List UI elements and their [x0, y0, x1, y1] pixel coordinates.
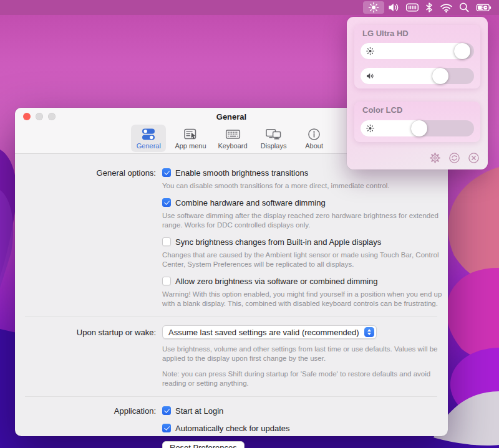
option-zero-brightness[interactable]: Allow zero brightness via software or co… [162, 275, 445, 287]
section-label: General options: [15, 167, 156, 315]
tab-label: App menu [175, 142, 206, 150]
popover-footer [429, 152, 480, 164]
option-description: Changes that are caused by the Ambient l… [162, 250, 445, 269]
checkbox[interactable] [162, 168, 171, 177]
display-card-lg-ultra-hd: LG Ultra HD [354, 25, 480, 88]
option-start-at-login[interactable]: Start at Login [162, 405, 445, 416]
tab-app-menu[interactable]: App menu [172, 125, 209, 152]
checkbox-label: Enable smooth brightness transitions [175, 168, 308, 178]
option-description: Use software dimming after the display r… [162, 211, 445, 230]
menubar-display-meter-icon[interactable] [403, 1, 422, 14]
tab-label: Keyboard [218, 142, 248, 150]
tab-general[interactable]: General [131, 125, 166, 152]
application-section: Application: Start at Login Automaticall… [15, 405, 448, 448]
option-description: You can disable smooth transitions for a… [162, 181, 445, 191]
keyboard-icon [225, 126, 241, 142]
startup-section: Upon startup or wake: Assume last saved … [15, 325, 448, 394]
toggles-icon [140, 126, 157, 142]
brightness-slider[interactable] [361, 43, 474, 59]
checkbox-label: Start at Login [175, 406, 223, 416]
select-stepper-icon [364, 327, 374, 337]
select-value: Assume last saved settings are valid (re… [168, 328, 359, 337]
slider-knob[interactable] [454, 43, 470, 59]
menubar-bluetooth-icon[interactable] [422, 1, 437, 14]
slider-knob[interactable] [411, 120, 427, 136]
checkbox[interactable] [162, 277, 171, 285]
checkbox-label: Automatically check for updates [175, 424, 290, 433]
tab-label: About [305, 142, 323, 150]
menubar-volume-icon[interactable] [384, 1, 403, 14]
bluetooth-icon [425, 2, 434, 13]
volume-slider[interactable] [361, 68, 474, 84]
speaker-icon [387, 2, 400, 13]
menubar-search-icon[interactable] [455, 1, 473, 14]
sun-icon [367, 1, 380, 14]
checkbox[interactable] [162, 406, 171, 415]
displays-icon [264, 126, 283, 142]
slider-knob[interactable] [432, 68, 448, 84]
option-description: Warning! With this option enabled, you m… [162, 290, 445, 308]
tab-about[interactable]: About [297, 125, 332, 152]
option-sync-brightness[interactable]: Sync brightness changes from Built-in an… [162, 236, 445, 247]
refresh-icon[interactable] [448, 152, 460, 164]
zoom-window-button[interactable] [48, 113, 56, 120]
tab-label: General [137, 142, 161, 150]
checkbox-label: Combine hardware and software dimming [175, 198, 326, 207]
close-window-button[interactable] [23, 113, 31, 120]
menubar-battery-icon[interactable] [473, 1, 495, 14]
display-name: Color LCD [354, 102, 480, 115]
display-card-color-lcd: Color LCD [354, 102, 480, 142]
startup-note: Note: you can press Shift during startup… [162, 369, 445, 388]
section-divider [25, 317, 437, 317]
brightness-icon [366, 125, 374, 133]
option-combine-dimming[interactable]: Combine hardware and software dimming [162, 197, 445, 208]
section-label: Upon startup or wake: [15, 325, 156, 394]
wifi-icon [440, 2, 453, 13]
reset-preferences-button[interactable]: Reset Preferences [162, 441, 245, 448]
info-icon [306, 126, 322, 142]
battery-charging-icon [476, 2, 492, 13]
option-auto-updates[interactable]: Automatically check for updates [162, 422, 445, 434]
minimize-window-button[interactable] [36, 113, 43, 120]
brightness-slider[interactable] [361, 120, 474, 136]
checkbox[interactable] [162, 237, 171, 246]
general-options-section: General options: Enable smooth brightnes… [15, 167, 448, 315]
monitorcontrol-popover: LG Ultra HD [347, 17, 488, 169]
menu-bar [0, 0, 499, 15]
checkbox[interactable] [162, 424, 171, 432]
settings-gear-icon[interactable] [429, 152, 441, 164]
volume-icon [366, 72, 375, 80]
checkbox-label: Sync brightness changes from Built-in an… [175, 237, 381, 247]
section-label: Application: [15, 405, 156, 448]
menubar-brightness-icon[interactable] [363, 1, 384, 14]
brightness-icon [366, 47, 374, 55]
display-meter-icon [405, 2, 419, 13]
search-icon [458, 2, 470, 13]
section-divider [25, 396, 437, 397]
checkbox-label: Allow zero brightness via software or co… [175, 277, 377, 286]
tab-displays[interactable]: Displays [256, 125, 291, 152]
display-name: LG Ultra HD [354, 25, 480, 38]
tab-label: Displays [261, 142, 287, 150]
startup-behavior-select[interactable]: Assume last saved settings are valid (re… [162, 325, 377, 339]
startup-description: Use brightness, volume and other setting… [162, 345, 445, 363]
preferences-content: General options: Enable smooth brightnes… [15, 154, 448, 448]
menubar-wifi-icon[interactable] [437, 1, 455, 14]
close-icon[interactable] [468, 152, 480, 164]
app-menu-icon [182, 126, 198, 142]
checkbox[interactable] [162, 198, 171, 207]
tab-keyboard[interactable]: Keyboard [215, 125, 251, 152]
traffic-lights [23, 113, 56, 120]
